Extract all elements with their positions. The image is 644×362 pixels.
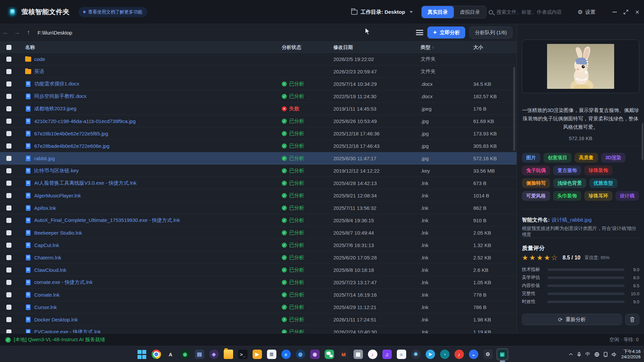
- smart-filename-link[interactable]: 设计稿_rabbit.jpg: [552, 217, 592, 223]
- globe-icon[interactable]: [594, 352, 599, 357]
- phone-link-icon[interactable]: [604, 352, 607, 357]
- table-row[interactable]: 67e28bade4b0e62e722e606e.jpg ✓已分析 2025/1…: [0, 140, 517, 152]
- back-button[interactable]: ←: [0, 29, 11, 36]
- row-checkbox[interactable]: [6, 305, 11, 310]
- table-row[interactable]: Chaterm.lnk ✓已分析 2025/6/20 17:05:28 .lnk…: [0, 251, 517, 264]
- row-checkbox[interactable]: [6, 243, 11, 248]
- settings-gear-icon[interactable]: ⚙: [482, 348, 494, 360]
- row-checkbox[interactable]: [6, 131, 11, 136]
- up-button[interactable]: ↑: [23, 29, 34, 36]
- doc-hint-badge[interactable]: 查看使用文档了解更多功能: [78, 7, 147, 17]
- table-row[interactable]: AlgerMusicPlayer.lnk ✓已分析 2025/9/21 12:0…: [0, 189, 517, 202]
- row-checkbox[interactable]: [6, 119, 11, 124]
- teal-app-icon[interactable]: ◔: [439, 348, 451, 360]
- row-checkbox[interactable]: [6, 143, 11, 148]
- row-checkbox[interactable]: [6, 218, 11, 223]
- row-checkbox[interactable]: [6, 193, 11, 198]
- row-checkbox[interactable]: [6, 168, 11, 173]
- photos-app-icon[interactable]: ❋: [410, 348, 422, 360]
- notebook-icon[interactable]: ≣: [266, 348, 278, 360]
- microphone-icon[interactable]: [577, 352, 581, 357]
- table-row[interactable]: EVCapture.exe - 快捷方式.lnk ✓已分析 2026/2/24 …: [0, 326, 517, 333]
- media-player-icon[interactable]: ▶: [251, 348, 263, 360]
- row-checkbox[interactable]: [6, 329, 11, 334]
- workdir-selector[interactable]: 工作目录: Desktop: [351, 0, 413, 24]
- green-app-icon[interactable]: ◉: [179, 348, 191, 360]
- volume-icon[interactable]: [612, 352, 617, 357]
- row-checkbox[interactable]: [6, 81, 11, 86]
- table-row[interactable]: 成都地铁2023.jpeg ✕失败 2019/1/11 14:45:53 .jp…: [0, 103, 517, 115]
- header-status[interactable]: 分析状态: [278, 44, 331, 51]
- row-checkbox[interactable]: [6, 292, 11, 297]
- table-scrollbar[interactable]: [513, 67, 515, 151]
- tab-virtual-directory[interactable]: 虚拟目录: [454, 6, 486, 18]
- file-explorer-icon[interactable]: [222, 348, 234, 360]
- list-view-icon[interactable]: [416, 30, 423, 35]
- rabbit-preview-image[interactable]: [547, 44, 614, 89]
- search-input[interactable]: 搜索文件、标签、作者或内容: [489, 7, 573, 17]
- purple-app-icon[interactable]: ◆: [208, 348, 220, 360]
- row-checkbox[interactable]: [6, 69, 11, 74]
- row-checkbox[interactable]: [6, 57, 11, 62]
- blue-app-icon[interactable]: ◒: [468, 348, 480, 360]
- chrome-icon[interactable]: [150, 348, 162, 360]
- tab-real-directory[interactable]: 真实目录: [422, 6, 454, 18]
- settings-button[interactable]: ⚙ 设置: [578, 0, 595, 24]
- music-app-icon[interactable]: ♪: [367, 348, 379, 360]
- forward-button[interactable]: →: [11, 29, 23, 36]
- row-checkbox[interactable]: [6, 230, 11, 235]
- row-checkbox[interactable]: [6, 317, 11, 322]
- wechat-icon[interactable]: [323, 348, 335, 360]
- address-path[interactable]: F:\lilun\Desktop: [38, 30, 72, 36]
- table-row[interactable]: CapCut.lnk ✓已分析 2025/7/6 16:31:13 .lnk 1…: [0, 239, 517, 251]
- row-checkbox[interactable]: [6, 181, 11, 186]
- row-checkbox[interactable]: [6, 106, 11, 111]
- tray-chevron-up-icon[interactable]: [569, 353, 573, 356]
- taskbar-clock[interactable]: 下午4:16 24/2/2026: [621, 349, 641, 360]
- row-checkbox[interactable]: [6, 205, 11, 210]
- code-editor-icon[interactable]: ▤: [194, 348, 206, 360]
- table-row[interactable]: code 2026/2/5 19:22:02 文件夹: [0, 53, 517, 65]
- table-row[interactable]: 67e28b10e4b0e62e722e5f85.jpg ✓已分析 2025/1…: [0, 127, 517, 140]
- table-row[interactable]: AutoX_Final_Complete_Ultimate_1753519930…: [0, 214, 517, 227]
- table-row[interactable]: Cursor.lnk ✓已分析 2025/4/29 11:12:21 .lnk …: [0, 301, 517, 313]
- camera-app-icon[interactable]: ◉: [309, 348, 321, 360]
- table-row[interactable]: 同步空间新手教程.docx ✓已分析 2022/5/19 11:24:30 .d…: [0, 90, 517, 103]
- start-icon[interactable]: [136, 348, 148, 360]
- notes-app-icon[interactable]: ≡: [395, 348, 408, 360]
- globe-app-icon[interactable]: ◍: [294, 348, 307, 360]
- table-row[interactable]: 4210c720-c198-46da-a11b-01ecd739f9ca.jpg…: [0, 115, 517, 127]
- header-size[interactable]: 大小: [471, 44, 517, 51]
- reanalyze-button[interactable]: ⟳ 重新分析: [522, 314, 622, 325]
- row-checkbox[interactable]: [6, 255, 11, 260]
- purple-music-icon[interactable]: ♫: [381, 348, 393, 360]
- table-row[interactable]: ClawCloud.lnk ✓已分析 2025/6/8 10:18:18 .ln…: [0, 264, 517, 276]
- panel-scrollbar[interactable]: [642, 123, 643, 160]
- edge-icon[interactable]: e: [280, 348, 292, 360]
- store-app-icon[interactable]: ▦: [352, 348, 364, 360]
- analyze-now-button[interactable]: ✦ 立即分析: [427, 26, 465, 39]
- analysis-queue-button[interactable]: 分析队列 (1/6): [469, 26, 513, 39]
- table-row[interactable]: AI人脸替换工具离线版V3.0.exe - 快捷方式.lnk ✓已分析 2025…: [0, 177, 517, 189]
- red-music-icon[interactable]: ♪: [453, 348, 465, 360]
- table-row[interactable]: Apifox.lnk ✓已分析 2025/7/11 13:56:32 .lnk …: [0, 202, 517, 214]
- table-row[interactable]: comate.exe - 快捷方式.lnk ✓已分析 2025/7/23 13:…: [0, 276, 517, 289]
- metro-app-icon[interactable]: M: [338, 348, 350, 360]
- table-row[interactable]: Docker Desktop.lnk ✓已分析 2026/1/11 17:24:…: [0, 313, 517, 326]
- table-row[interactable]: rabbit.jpg ✓已分析 2025/6/30 11:47:17 .jpg …: [0, 152, 517, 165]
- terminal-icon[interactable]: >_: [237, 348, 249, 360]
- telegram-icon[interactable]: ➤: [424, 348, 436, 360]
- input-method-indicator[interactable]: 中: [585, 351, 590, 357]
- header-name[interactable]: 名称: [17, 44, 278, 51]
- table-row[interactable]: 比特币与区块链.key ✓已分析 2019/12/12 14:12:22 .ke…: [0, 165, 517, 177]
- select-all-checkbox[interactable]: [6, 45, 11, 50]
- header-modified[interactable]: 修改日期: [331, 44, 418, 51]
- table-row[interactable]: 英语 2026/2/23 20:59:47 文件夹: [0, 65, 517, 78]
- header-type[interactable]: 类型↑: [418, 44, 471, 51]
- a-app-icon[interactable]: A: [165, 348, 177, 360]
- table-row[interactable]: Comate.lnk ✓已分析 2025/7/14 16:19:16 .lnk …: [0, 289, 517, 301]
- close-button[interactable]: ✕: [631, 0, 644, 24]
- delete-button[interactable]: [625, 314, 639, 325]
- smart-folder-app-icon[interactable]: ▣: [496, 348, 508, 360]
- row-checkbox[interactable]: [6, 267, 11, 273]
